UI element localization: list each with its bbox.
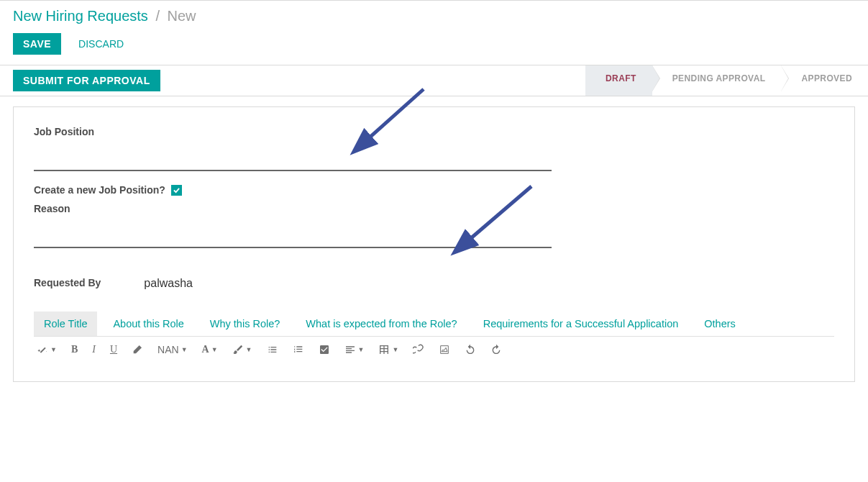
breadcrumb: New Hiring Requests / New	[13, 8, 855, 24]
italic-button[interactable]: I	[92, 344, 96, 355]
font-size-label: NAN	[157, 344, 179, 355]
caret-down-icon: ▼	[392, 346, 398, 353]
breadcrumb-root[interactable]: New Hiring Requests	[13, 8, 148, 24]
unordered-list-button[interactable]	[267, 344, 278, 355]
table-icon	[378, 344, 390, 355]
link-icon	[413, 344, 424, 355]
job-position-input[interactable]	[34, 143, 552, 171]
stage-pending-approval[interactable]: PENDING APPROVAL	[652, 65, 782, 96]
align-dropdown[interactable]: ▼	[344, 344, 365, 355]
list-ul-icon	[267, 344, 278, 355]
table-dropdown[interactable]: ▼	[378, 344, 398, 355]
breadcrumb-current: New	[168, 8, 196, 24]
reason-input[interactable]	[34, 220, 552, 248]
save-button[interactable]: SAVE	[13, 33, 61, 55]
job-position-label: Job Position	[34, 126, 834, 137]
tab-role-title[interactable]: Role Title	[34, 312, 97, 336]
undo-icon	[465, 344, 476, 355]
list-ol-icon	[293, 344, 304, 355]
caret-down-icon: ▼	[211, 346, 218, 353]
magic-wand-button[interactable]: ▼	[37, 344, 57, 355]
align-left-icon	[344, 344, 356, 355]
underline-button[interactable]: U	[110, 344, 117, 355]
status-stages: DRAFT PENDING APPROVAL APPROVED	[585, 65, 868, 96]
editor-toolbar: ▼ B I U NAN ▼ A ▼ ▼ ▼	[34, 337, 834, 363]
image-icon	[439, 344, 450, 355]
check-square-icon	[319, 344, 330, 355]
eraser-button[interactable]	[132, 344, 143, 355]
tabs-bar: Role Title About this Role Why this Role…	[34, 312, 834, 337]
stage-draft[interactable]: DRAFT	[585, 65, 652, 96]
caret-down-icon: ▼	[358, 346, 365, 353]
font-style-dropdown[interactable]: A ▼	[202, 344, 218, 355]
discard-button[interactable]: DISCARD	[68, 33, 134, 55]
font-size-dropdown[interactable]: NAN ▼	[157, 344, 187, 355]
image-button[interactable]	[439, 344, 450, 355]
font-style-label: A	[202, 344, 209, 355]
caret-down-icon: ▼	[246, 346, 252, 353]
link-button[interactable]	[413, 344, 424, 355]
tab-requirements[interactable]: Requirements for a Successful Applicatio…	[473, 312, 689, 336]
redo-icon	[490, 344, 502, 355]
eraser-icon	[132, 344, 143, 355]
create-new-position-label: Create a new Job Position?	[34, 184, 165, 196]
form-sheet: Job Position Create a new Job Position? …	[13, 106, 855, 382]
check-icon	[173, 187, 180, 194]
caret-down-icon: ▼	[181, 346, 188, 353]
reason-label: Reason	[34, 203, 834, 214]
brush-icon	[232, 344, 244, 355]
caret-down-icon: ▼	[50, 346, 57, 353]
checklist-button[interactable]	[319, 344, 330, 355]
ordered-list-button[interactable]	[293, 344, 304, 355]
requested-by-label: Requested By	[34, 277, 101, 290]
bold-button[interactable]: B	[71, 344, 78, 355]
breadcrumb-separator: /	[155, 8, 160, 24]
magic-wand-icon	[37, 344, 48, 355]
requested-by-value: palwasha	[144, 277, 193, 290]
tab-about-this-role[interactable]: About this Role	[103, 312, 193, 336]
stage-approved[interactable]: APPROVED	[781, 65, 868, 96]
tab-what-is-expected[interactable]: What is expected from the Role?	[296, 312, 467, 336]
tab-why-this-role[interactable]: Why this Role?	[200, 312, 291, 336]
text-color-button[interactable]: ▼	[232, 344, 252, 355]
create-new-position-checkbox[interactable]	[171, 185, 182, 196]
redo-button[interactable]	[490, 344, 502, 355]
submit-for-approval-button[interactable]: SUBMIT FOR APPROVAL	[13, 70, 160, 91]
undo-button[interactable]	[465, 344, 476, 355]
tab-others[interactable]: Others	[694, 312, 746, 336]
